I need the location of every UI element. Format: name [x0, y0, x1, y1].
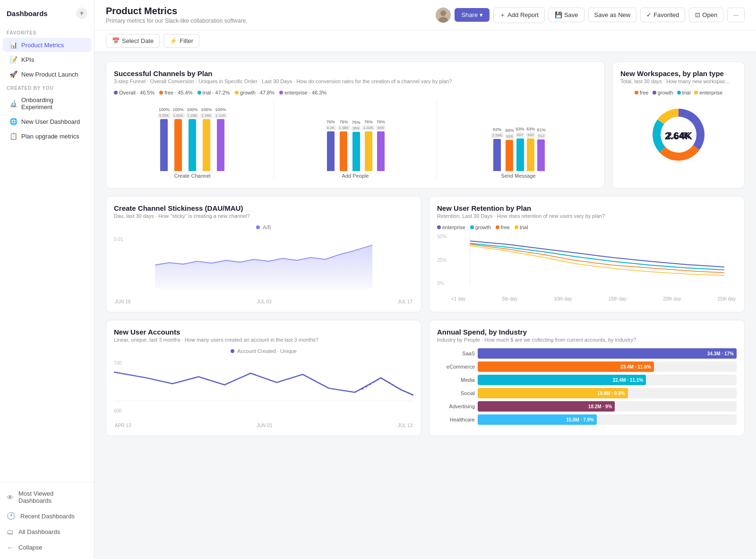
accounts-svg	[114, 361, 413, 413]
sidebar-item-icon: 📝	[9, 56, 17, 63]
retention-legend-item: free	[496, 224, 510, 230]
funnel-bar-wrap: 76%1.02K	[362, 120, 375, 171]
accounts-chart-area: 700 600	[114, 361, 413, 422]
created-item-onboarding-experiment[interactable]: 🔬Onboarding Experiment	[3, 93, 91, 114]
spend-label: SaaS	[437, 351, 475, 356]
save-icon: 💾	[555, 11, 562, 18]
stickiness-title: Create Channel Stickiness (DAU/MAU)	[114, 204, 413, 212]
funnel-bar-val: 1.38K	[337, 125, 350, 130]
add-dashboard-button[interactable]: +	[76, 8, 87, 19]
bottom-item-most-viewed-dashboards[interactable]: 👁Most Viewed Dashboards	[0, 486, 94, 508]
donut-legend-dot	[677, 91, 681, 95]
spend-row: Healthcare 15.8M · 7.9%	[437, 414, 737, 425]
spend-fill: 23.4M · 11.6%	[478, 361, 654, 372]
retention-chart-area: 50% 25% 0%	[437, 234, 737, 295]
favorited-button[interactable]: ✓ Favorited	[640, 8, 685, 22]
ret-x-3: 15th day	[609, 296, 627, 301]
funnel-chart: 100%5.55K100%1.82K100%1.28K100%1.34K100%…	[114, 100, 597, 181]
retention-title: New User Retention by Plan	[437, 204, 737, 212]
share-button[interactable]: Share ▾	[455, 8, 490, 22]
select-date-button[interactable]: 📅 Select Date	[106, 34, 160, 48]
retention-y-1: 25%	[437, 258, 447, 263]
funnel-bar-wrap: 62%2.58K	[491, 127, 504, 171]
spend-fill: 19.9M · 9.9%	[478, 388, 628, 398]
top-bar: Product Metrics Primary metrics for our …	[94, 0, 756, 30]
spend-card: Annual Spend, by Industry Industry by Pe…	[429, 320, 745, 436]
filter-button[interactable]: ⚡ Filter	[163, 34, 199, 48]
add-report-button[interactable]: ＋ Add Report	[493, 7, 545, 23]
svg-point-0	[440, 10, 446, 16]
accounts-title: New User Accounts	[114, 328, 413, 336]
funnel-bar-val: 828	[505, 134, 514, 139]
donut-legend-item: trial	[677, 90, 691, 95]
stickiness-xaxis: JUN 18 JUL 03 JUL 17	[114, 299, 413, 304]
sidebar-item-label: Plan upgrade metrics	[21, 133, 79, 140]
funnel-legend-item: free · 45.4%	[159, 90, 192, 95]
stickiness-legend-dot	[256, 225, 260, 229]
stickiness-x-0: JUN 18	[115, 299, 130, 304]
open-label: Open	[702, 11, 717, 18]
funnel-bar-val: 512	[537, 133, 546, 138]
donut-svg: 2.64K	[643, 99, 714, 170]
add-report-icon: ＋	[499, 11, 506, 19]
funnel-group-label: Create Channel	[174, 173, 210, 179]
ret-x-4: 20th day	[663, 296, 681, 301]
favorited-label: Favorited	[653, 11, 679, 18]
spend-row: Social 19.9M · 9.9%	[437, 388, 737, 398]
spend-value: 23.4M · 11.6%	[620, 364, 651, 370]
funnel-bar-pct: 61%	[537, 128, 545, 132]
funnel-bar	[537, 139, 545, 171]
funnel-bar-pct: 100%	[201, 107, 212, 112]
bottom-item-all-dashboards[interactable]: 🗂All Dashboards	[0, 524, 94, 540]
accounts-y-1: 600	[114, 408, 122, 413]
funnel-bar-val: 1.34K	[200, 113, 213, 118]
sidebar-item-new-product-launch[interactable]: 🚀New Product Launch	[3, 67, 91, 81]
retention-legend-dot	[515, 225, 518, 229]
donut-segment	[679, 109, 704, 150]
created-item-new-user-dashboard[interactable]: 🌐New User Dashboard	[3, 114, 91, 129]
top-bar-actions: Share ▾ ＋ Add Report 💾 Save Save as New …	[436, 7, 745, 23]
sidebar: Dashboards + FAVORITES 📊Product Metrics📝…	[0, 0, 94, 559]
stickiness-subtitle: Dau, last 30 days · How "sticky" is crea…	[114, 213, 413, 219]
funnel-group: 100%5.55K100%1.82K100%1.28K100%1.34K100%…	[114, 105, 271, 179]
spend-chart: SaaS 34.3M · 17% eCommerce 23.4M · 11.6%…	[437, 348, 737, 425]
retention-legend-dot	[470, 225, 474, 229]
donut-legend-item: enterprise	[694, 90, 722, 95]
sidebar-item-product-metrics[interactable]: 📊Product Metrics	[3, 38, 91, 52]
save-as-new-button[interactable]: Save as New	[588, 8, 637, 22]
svg-point-1	[438, 17, 448, 23]
page-subtitle: Primary metrics for our Slack-like colla…	[106, 17, 247, 24]
row-3: New User Accounts Linear, unique, last 3…	[106, 320, 745, 436]
save-button[interactable]: 💾 Save	[549, 8, 584, 22]
retention-y-2: 0%	[437, 281, 447, 286]
sidebar-item-label: Product Metrics	[21, 42, 64, 49]
funnel-bar	[203, 119, 210, 171]
bottom-item-recent-dashboards[interactable]: 🕐Recent Dashboards	[0, 508, 94, 524]
favorites-list: 📊Product Metrics📝KPIs🚀New Product Launch	[0, 37, 94, 82]
bottom-item-collapse[interactable]: ←Collapse	[0, 540, 94, 555]
funnel-bar	[493, 139, 501, 171]
sidebar-item-label: Onboarding Experiment	[21, 96, 85, 111]
open-button[interactable]: ⊡ Open	[689, 8, 723, 22]
more-options-button[interactable]: ···	[727, 8, 745, 22]
retention-legend-item: enterprise	[437, 224, 465, 230]
sidebar-item-kpis[interactable]: 📝KPIs	[3, 52, 91, 67]
funnel-bar-val: 959	[352, 126, 361, 131]
stickiness-y-top: 0.01	[114, 237, 123, 242]
funnel-legend: Overall · 46.5%free · 45.4%trial · 47.2%…	[114, 90, 597, 95]
sidebar-bottom-icon: ←	[7, 543, 14, 551]
ret-x-2: 10th day	[554, 296, 572, 301]
accounts-legend: Account Created · Unique	[114, 348, 413, 354]
retention-legend-label: trial	[520, 224, 528, 230]
donut-legend-dot	[635, 91, 638, 95]
sidebar-bottom-label: All Dashboards	[18, 528, 60, 535]
spend-row: SaaS 34.3M · 17%	[437, 348, 737, 359]
funnel-bar	[377, 131, 385, 171]
legend-label: Overall · 46.5%	[119, 90, 155, 95]
created-item-plan-upgrade-metrics[interactable]: 📋Plan upgrade metrics	[3, 129, 91, 143]
save-label: Save	[564, 11, 578, 18]
donut-segment	[660, 145, 700, 161]
spend-fill: 34.3M · 17%	[478, 348, 737, 359]
retention-legend-label: enterprise	[442, 224, 465, 230]
donut-segment	[653, 120, 665, 153]
